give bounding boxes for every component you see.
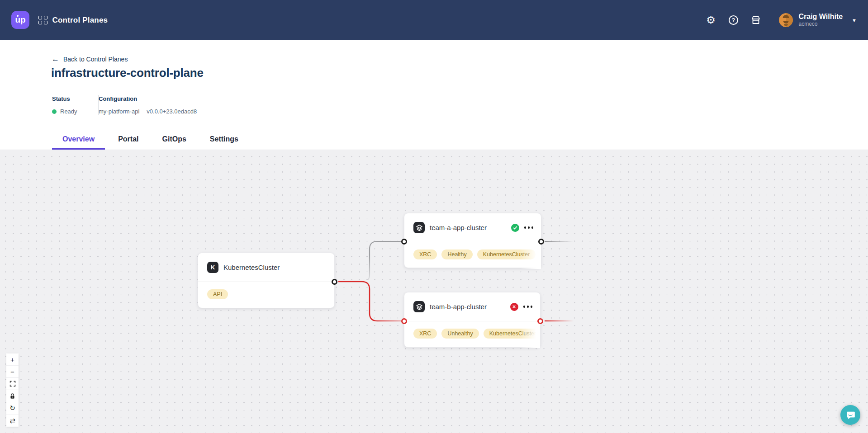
status-ready-dot <box>52 109 57 114</box>
user-menu[interactable]: Craig Wilhite acmeco ▼ <box>779 13 857 27</box>
back-to-control-planes-link[interactable]: ← Back to Control Planes <box>52 55 128 63</box>
tab-bar: Overview Portal GitOps Settings <box>52 130 251 150</box>
node-title: team-b-app-cluster <box>430 303 487 311</box>
zoom-out-button[interactable]: − <box>6 366 19 378</box>
configuration-version: v0.0.0+23.0edacd8 <box>147 108 197 115</box>
badge-unhealthy: Unhealthy <box>441 329 479 339</box>
configuration-name: my-platform-api <box>99 108 139 115</box>
chat-bubble-icon <box>845 410 855 420</box>
marketplace-icon[interactable] <box>750 14 762 26</box>
status-label: Status <box>52 95 77 102</box>
healthy-check-icon <box>511 224 519 232</box>
kubernetes-k-icon: K <box>207 262 218 273</box>
upbound-logo[interactable]: up <box>11 11 29 29</box>
fit-view-button[interactable] <box>6 378 19 390</box>
badge-healthy: Healthy <box>441 249 472 259</box>
node-team-a-app-cluster[interactable]: team-a-app-cluster XRC Healthy Kubernete… <box>404 213 541 268</box>
status-block: Status Ready <box>52 95 77 115</box>
fit-view-icon <box>9 381 16 387</box>
top-navbar: up Control Planes ⚙ ? <box>0 0 868 40</box>
lock-icon <box>9 393 15 399</box>
badge-xrc: XRC <box>413 329 437 339</box>
node-input-handle[interactable] <box>401 239 407 245</box>
avatar <box>779 13 793 27</box>
configuration-block: Configuration my-platform-api v0.0.0+23.… <box>99 95 197 115</box>
node-menu-button[interactable] <box>524 225 534 231</box>
graph-edges <box>0 150 868 433</box>
node-team-b-app-cluster[interactable]: team-b-app-cluster XRC Unhealthy Kuberne… <box>404 292 541 348</box>
rotate-button[interactable]: ↻ <box>6 402 19 414</box>
node-output-handle[interactable] <box>538 239 544 245</box>
node-kubernetescluster[interactable]: K KubernetesCluster API <box>198 253 335 308</box>
node-output-handle[interactable] <box>537 318 543 324</box>
help-icon[interactable]: ? <box>727 14 739 26</box>
page-title: infrastructure-control-plane <box>51 66 204 80</box>
badge-fade <box>519 321 540 348</box>
logo-dot <box>17 15 19 17</box>
user-org: acmeco <box>798 21 843 28</box>
configuration-label: Configuration <box>99 95 197 102</box>
lock-button[interactable] <box>6 390 19 402</box>
canvas-controls: + − ↻ ⇄ <box>6 353 19 427</box>
badge-api: API <box>207 289 228 299</box>
badge-xrc: XRC <box>413 249 437 259</box>
sync-button[interactable]: ⇄ <box>6 414 19 427</box>
sync-icon: ⇄ <box>9 417 15 425</box>
apps-grid-icon <box>38 16 47 25</box>
rotate-icon: ↻ <box>9 404 15 412</box>
node-input-handle[interactable] <box>401 318 407 324</box>
tab-settings[interactable]: Settings <box>199 130 249 150</box>
tab-gitops[interactable]: GitOps <box>152 130 197 150</box>
tab-overview[interactable]: Overview <box>52 130 105 150</box>
zoom-in-button[interactable]: + <box>6 353 19 366</box>
tab-portal[interactable]: Portal <box>108 130 149 150</box>
node-output-handle[interactable] <box>332 279 337 285</box>
status-value: Ready <box>60 108 77 115</box>
layers-icon <box>413 222 425 233</box>
back-arrow-icon: ← <box>52 55 59 63</box>
unhealthy-x-icon <box>510 303 518 311</box>
layers-icon <box>413 301 425 312</box>
chat-launcher-button[interactable] <box>840 405 860 425</box>
app-title: Control Planes <box>52 16 108 25</box>
settings-gear-icon[interactable]: ⚙ <box>705 14 716 26</box>
app-switcher[interactable]: Control Planes <box>38 0 108 40</box>
graph-canvas[interactable]: K KubernetesCluster API team-a-app-clust… <box>0 150 868 433</box>
user-name: Craig Wilhite <box>798 13 843 21</box>
node-title: team-a-app-cluster <box>430 224 487 231</box>
node-menu-button[interactable] <box>523 304 533 310</box>
chevron-down-icon: ▼ <box>852 18 857 23</box>
node-title: KubernetesCluster <box>223 264 280 271</box>
badge-fade <box>520 242 541 269</box>
